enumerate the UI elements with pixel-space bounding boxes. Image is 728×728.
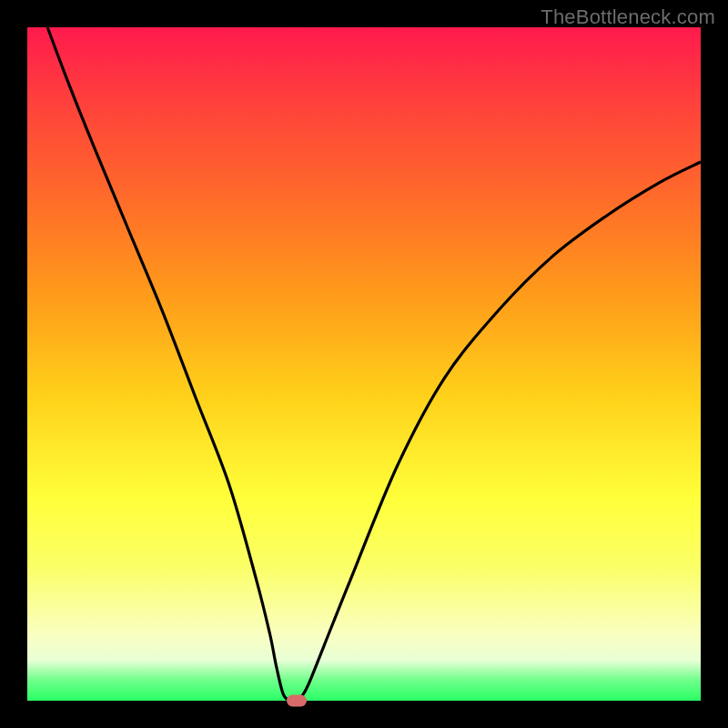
optimum-marker <box>287 695 307 707</box>
plot-area <box>27 27 701 701</box>
watermark-text: TheBottleneck.com <box>541 5 715 29</box>
curve-path <box>47 27 701 702</box>
chart-frame: TheBottleneck.com <box>0 0 728 728</box>
bottleneck-curve <box>27 27 701 701</box>
